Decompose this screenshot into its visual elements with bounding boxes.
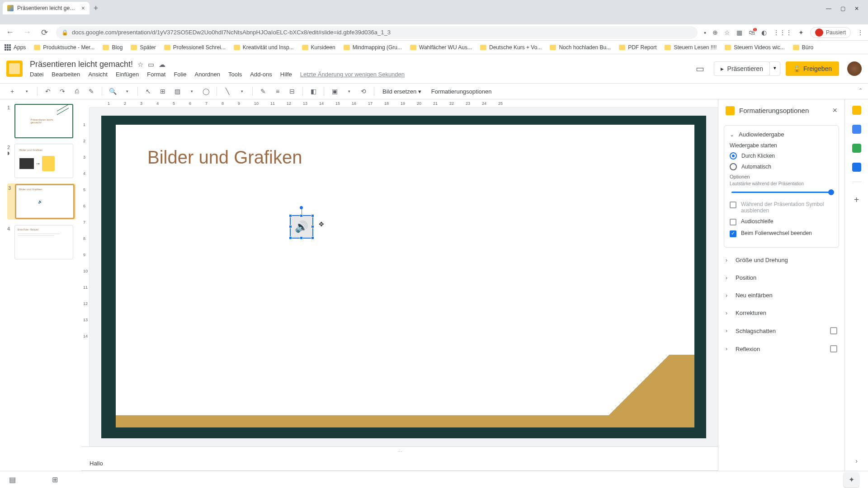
bookmark-item[interactable]: Produktsuche - Mer... — [34, 44, 94, 51]
menu-file[interactable]: Datei — [30, 71, 43, 78]
tasks-icon[interactable] — [852, 144, 861, 153]
bookmark-item[interactable]: Steuern Lesen !!!! — [665, 44, 717, 51]
add-addon-icon[interactable]: + — [854, 195, 859, 205]
forward-icon[interactable]: → — [22, 28, 33, 37]
menu-help[interactable]: Hilfe — [280, 71, 292, 78]
last-edit-text[interactable]: Letzte Änderung vor wenigen Sekunden — [300, 71, 405, 78]
shadow-toggle-checkbox[interactable] — [830, 327, 837, 334]
move-folder-icon[interactable]: ▭ — [148, 61, 154, 69]
profile-paused-chip[interactable]: Pausiert — [810, 27, 851, 38]
volume-slider[interactable] — [731, 192, 831, 193]
slide-title-text[interactable]: Bilder und Grafiken — [147, 147, 302, 168]
border-weight-icon[interactable]: ≡ — [272, 85, 283, 97]
explore-button[interactable]: ✦ — [844, 472, 859, 488]
line-icon[interactable]: ╲ — [222, 85, 233, 97]
extensions-icon[interactable]: ✦ — [798, 29, 804, 36]
slides-logo[interactable] — [6, 61, 23, 77]
radio-on-click[interactable]: Durch Klicken — [730, 152, 833, 160]
checkbox-loop[interactable]: Audioschleife — [730, 218, 833, 225]
star-icon[interactable]: ☆ — [724, 29, 730, 36]
new-tab-button[interactable]: + — [90, 2, 102, 14]
collapse-toolbar-icon[interactable]: ˆ — [859, 88, 862, 95]
textbox-icon[interactable]: ⊞ — [157, 85, 169, 97]
slide-thumb-3[interactable]: Bilder und Grafiken🔊 — [15, 184, 74, 219]
video-icon[interactable]: ▪ — [704, 29, 706, 36]
slide-canvas[interactable]: Bilder und Grafiken 🔊 ✥ — [101, 116, 706, 438]
bookmark-item[interactable]: Büro — [793, 44, 813, 51]
apps-grid-icon[interactable]: ⋮⋮⋮ — [773, 29, 792, 36]
menu-format[interactable]: Format — [147, 71, 165, 78]
checkbox-hide-icon[interactable]: Während der Präsentation Symbol ausblend… — [730, 201, 833, 214]
present-button[interactable]: ▸ Präsentieren — [714, 61, 770, 76]
border-color-icon[interactable]: ✎ — [257, 85, 269, 97]
cart-icon[interactable]: 🛍1 — [749, 29, 755, 36]
bookmark-item[interactable]: Blog — [103, 44, 123, 51]
section-drop-shadow[interactable]: ›Schlagschatten — [718, 322, 844, 340]
contacts-icon[interactable] — [852, 163, 861, 172]
bookmark-item[interactable]: Mindmapping (Gru... — [344, 44, 402, 51]
menu-arrange[interactable]: Anordnen — [195, 71, 220, 78]
translate-icon[interactable]: ◐ — [761, 29, 767, 36]
mask-dropdown[interactable]: ▾ — [343, 85, 355, 97]
tab-close-icon[interactable]: × — [81, 5, 85, 12]
close-window-icon[interactable]: ✕ — [854, 5, 859, 12]
doc-title[interactable]: Präsentieren leicht gemacht! — [30, 60, 133, 69]
image-dropdown[interactable]: ▾ — [186, 85, 198, 97]
cloud-saved-icon[interactable]: ☁ — [159, 61, 165, 69]
menu-edit[interactable]: Bearbeiten — [52, 71, 80, 78]
maximize-icon[interactable]: ▢ — [840, 5, 845, 12]
zoom-dropdown[interactable]: ▾ — [121, 85, 133, 97]
bookmark-item[interactable]: Wahlfächer WU Aus... — [410, 44, 472, 51]
calendar-icon[interactable] — [852, 106, 861, 115]
paint-format-icon[interactable]: ✎ — [85, 85, 97, 97]
new-slide-button[interactable]: + — [6, 85, 18, 97]
reset-image-icon[interactable]: ⟲ — [358, 85, 369, 97]
bookmark-item[interactable]: Professionell Schrei... — [164, 44, 226, 51]
speaker-notes[interactable]: Hallo — [81, 457, 718, 471]
qr-icon[interactable]: ▦ — [736, 29, 742, 36]
bookmark-item[interactable]: PDF Report — [619, 44, 656, 51]
bookmark-item[interactable]: Kursideen — [302, 44, 335, 51]
chevron-down-icon[interactable]: ⌄ — [730, 131, 734, 138]
line-dropdown[interactable]: ▾ — [236, 85, 248, 97]
collapse-rail-icon[interactable]: › — [855, 457, 858, 465]
format-options-button[interactable]: Formatierungsoptionen — [428, 88, 495, 95]
bookmark-apps[interactable]: Apps — [5, 44, 26, 51]
menu-tools[interactable]: Tools — [228, 71, 242, 78]
keep-icon[interactable] — [852, 125, 861, 134]
address-bar[interactable]: 🔒 docs.google.com/presentation/d/1yV372S… — [56, 26, 698, 39]
undo-icon[interactable]: ↶ — [42, 85, 54, 97]
bookmark-item[interactable]: Steuern Videos wic... — [725, 44, 785, 51]
bookmark-item[interactable]: Deutsche Kurs + Vo... — [480, 44, 542, 51]
account-avatar[interactable] — [847, 61, 862, 76]
slide-thumb-1[interactable]: Präsentieren leicht gemacht! — [14, 104, 73, 138]
crop-icon[interactable]: ◧ — [307, 85, 319, 97]
reflection-toggle-checkbox[interactable] — [830, 345, 837, 352]
border-dash-icon[interactable]: ⊟ — [286, 85, 298, 97]
audio-object[interactable]: 🔊 ✥ — [290, 215, 313, 239]
audio-section-header[interactable]: Audiowiedergabe — [739, 131, 784, 138]
minimize-icon[interactable]: — — [826, 5, 831, 12]
replace-image-button[interactable]: Bild ersetzen ▾ — [379, 88, 425, 95]
image-icon[interactable]: ▨ — [171, 85, 183, 97]
slide-thumb-2[interactable]: Bilder und Grafiken → — [14, 144, 73, 178]
section-reflection[interactable]: ›Reflexion — [718, 340, 844, 358]
reload-icon[interactable]: ⟳ — [39, 28, 50, 38]
star-outline-icon[interactable]: ☆ — [137, 61, 143, 69]
new-slide-dropdown[interactable]: ▾ — [21, 85, 33, 97]
bookmark-item[interactable]: Noch hochladen Bu... — [550, 44, 611, 51]
zoom-icon[interactable]: ⊕ — [712, 29, 718, 36]
present-dropdown[interactable]: ▾ — [769, 61, 780, 76]
select-tool-icon[interactable]: ↖ — [142, 85, 154, 97]
print-icon[interactable]: ⎙ — [71, 85, 83, 97]
grid-view-icon[interactable]: ⊞ — [52, 475, 58, 484]
menu-view[interactable]: Ansicht — [88, 71, 108, 78]
comments-icon[interactable]: ▭ — [692, 61, 708, 77]
bookmark-item[interactable]: Kreativität und Insp... — [234, 44, 294, 51]
shape-icon[interactable]: ◯ — [200, 85, 212, 97]
section-adjustments[interactable]: ›Korrekturen — [718, 304, 844, 322]
bookmark-item[interactable]: Später — [131, 44, 156, 51]
checkbox-stop-on-slide[interactable]: Beim Folienwechsel beenden — [730, 230, 833, 237]
back-icon[interactable]: ← — [5, 28, 15, 37]
section-size-rotation[interactable]: ›Größe und Drehung — [718, 251, 844, 269]
